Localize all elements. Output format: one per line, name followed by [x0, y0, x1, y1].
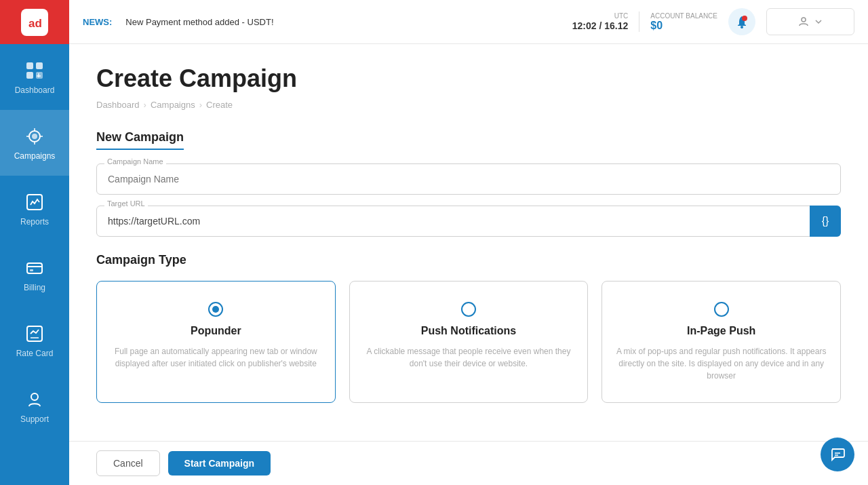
rate-card-icon	[24, 323, 45, 345]
account-balance: $0	[650, 20, 663, 31]
support-icon	[24, 389, 45, 410]
target-url-label: Target URL	[104, 199, 148, 208]
account-label: ACCOUNT BALANCE	[650, 12, 717, 20]
svg-rect-8	[27, 195, 42, 210]
sidebar: ad Dashboard Campaigns	[0, 0, 69, 485]
utc-block: UTC 12:02 / 16.12	[572, 12, 629, 32]
utc-time: 12:02 / 16.12	[572, 20, 629, 31]
topbar: NEWS: New Payment method added - USDT! U…	[69, 0, 868, 44]
campaign-name-label: Campaign Name	[104, 157, 166, 166]
campaign-name-input[interactable]	[96, 163, 841, 195]
page-title: Create Campaign	[96, 64, 841, 93]
news-text: New Payment method added - USDT!	[125, 17, 273, 27]
popunder-name: Popunder	[111, 325, 321, 337]
start-campaign-button[interactable]: Start Campaign	[168, 451, 271, 476]
bottom-bar: Cancel Start Campaign	[69, 441, 868, 485]
campaigns-icon	[24, 125, 45, 147]
sidebar-item-campaigns[interactable]: Campaigns	[0, 110, 69, 176]
popunder-radio	[208, 302, 223, 317]
campaign-card-in-page-push[interactable]: In-Page Push A mix of pop-ups and regula…	[601, 281, 841, 403]
account-block: ACCOUNT BALANCE $0	[650, 12, 717, 32]
url-format-button[interactable]: {}	[810, 206, 841, 237]
breadcrumb-current: Create	[206, 100, 233, 110]
topbar-divider	[639, 12, 639, 32]
campaign-name-group: Campaign Name	[96, 163, 841, 195]
bell-button[interactable]	[728, 8, 755, 35]
breadcrumb-sep2: ›	[199, 100, 202, 110]
target-url-group: Target URL {}	[96, 206, 841, 237]
campaign-type-title: Campaign Type	[96, 253, 841, 267]
popunder-desc: Full page an automatically appearing new…	[111, 345, 321, 370]
campaign-types: Popunder Full page an automatically appe…	[96, 281, 841, 403]
push-notifications-desc: A clickable message that people receive …	[363, 345, 574, 370]
sidebar-item-support[interactable]: Support	[0, 373, 69, 439]
svg-point-15	[802, 18, 806, 22]
svg-rect-3	[36, 62, 43, 69]
utc-label: UTC	[572, 12, 629, 20]
sidebar-item-reports[interactable]: Reports	[0, 176, 69, 241]
topbar-right: UTC 12:02 / 16.12 ACCOUNT BALANCE $0	[572, 8, 854, 35]
svg-rect-4	[26, 72, 33, 79]
sidebar-item-rate-card[interactable]: Rate Card	[0, 307, 69, 373]
campaign-card-push-notifications[interactable]: Push Notifications A clickable message t…	[349, 281, 589, 403]
main-wrapper: NEWS: New Payment method added - USDT! U…	[69, 0, 868, 485]
svg-rect-10	[30, 269, 33, 271]
svg-point-13	[741, 26, 743, 28]
chat-button[interactable]	[821, 438, 854, 471]
sidebar-logo: ad	[0, 0, 69, 44]
in-page-push-radio	[714, 302, 729, 317]
sidebar-item-support-label: Support	[20, 414, 49, 424]
svg-text:ad: ad	[28, 17, 42, 30]
sidebar-item-campaigns-label: Campaigns	[14, 151, 56, 161]
user-button[interactable]	[766, 8, 854, 35]
breadcrumb-sep1: ›	[144, 100, 146, 110]
push-notifications-radio	[461, 302, 476, 317]
billing-icon	[24, 257, 45, 279]
url-input-wrapper: {}	[96, 206, 841, 237]
svg-point-12	[31, 393, 38, 400]
breadcrumb-dashboard[interactable]: Dashboard	[96, 100, 140, 110]
target-url-input[interactable]	[96, 206, 841, 237]
svg-rect-5	[36, 72, 43, 79]
svg-point-14	[742, 16, 747, 21]
page-content: Create Campaign Dashboard › Campaigns › …	[69, 44, 868, 485]
reports-icon	[24, 191, 45, 213]
dashboard-icon	[24, 60, 45, 81]
svg-rect-9	[27, 263, 42, 273]
logo-icon: ad	[21, 9, 48, 36]
sidebar-item-reports-label: Reports	[20, 217, 49, 227]
sidebar-item-dashboard-label: Dashboard	[15, 85, 55, 95]
campaign-card-popunder[interactable]: Popunder Full page an automatically appe…	[96, 281, 336, 403]
breadcrumb: Dashboard › Campaigns › Create	[96, 100, 841, 110]
push-notifications-name: Push Notifications	[363, 325, 574, 337]
sidebar-item-dashboard[interactable]: Dashboard	[0, 44, 69, 110]
breadcrumb-campaigns[interactable]: Campaigns	[151, 100, 195, 110]
sidebar-item-rate-card-label: Rate Card	[16, 349, 54, 358]
svg-rect-11	[27, 326, 42, 341]
sidebar-item-billing[interactable]: Billing	[0, 241, 69, 307]
sidebar-item-billing-label: Billing	[24, 283, 45, 292]
url-format-icon: {}	[822, 215, 829, 227]
in-page-push-name: In-Page Push	[616, 325, 827, 337]
svg-point-7	[32, 134, 37, 139]
in-page-push-desc: A mix of pop-ups and regular push notifi…	[616, 345, 827, 382]
new-campaign-title: New Campaign	[96, 130, 184, 150]
svg-rect-2	[26, 62, 33, 69]
cancel-button[interactable]: Cancel	[96, 450, 160, 476]
news-label: NEWS:	[83, 17, 112, 27]
